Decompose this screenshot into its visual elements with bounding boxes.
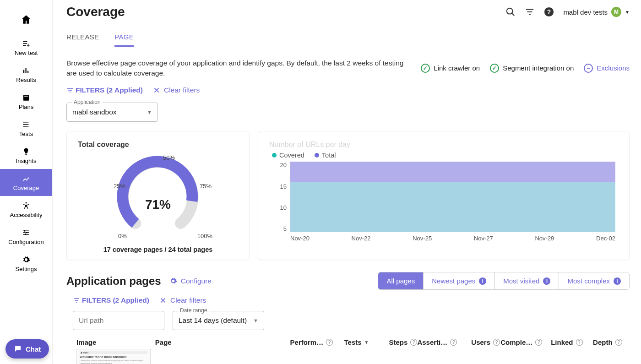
link-crawler-status[interactable]: ✓ Link crawler on [421, 64, 480, 73]
nav-label: Settings [16, 266, 37, 272]
segment-most-visited[interactable]: Most visitedi [494, 272, 559, 289]
nav-configuration[interactable]: Configuration [0, 223, 52, 250]
url-path-input[interactable]: Url path [73, 311, 164, 330]
clear-filters-button[interactable]: Clear filters [159, 296, 206, 304]
clear-filters-button[interactable]: Clear filters [153, 86, 200, 94]
gauge-tick-0: 0% [118, 233, 127, 239]
tests-icon [22, 120, 30, 129]
application-select[interactable]: Application mabl sandbox ▼ [66, 103, 158, 122]
coverage-icon [22, 174, 30, 183]
filters-bottom: FILTERS (2 Applied) Clear filters [66, 296, 630, 304]
select-label: Date range [178, 307, 209, 314]
col-tests[interactable]: Tests▼ [344, 338, 389, 346]
tab-release[interactable]: RELEASE [66, 33, 99, 47]
chevron-down-icon: ▼ [364, 340, 369, 345]
chat-label: Chat [26, 345, 41, 353]
chevron-down-icon: ▼ [625, 10, 630, 15]
gauge-tick-50: 50% [163, 154, 175, 161]
main: Coverage ? mabl dev tests M ▼ RELEASE PA… [53, 0, 641, 364]
inputs-row: Url path Date range Last 14 days (defaul… [66, 311, 630, 330]
exclusions-label: Exclusions [597, 64, 630, 72]
info-icon: ? [615, 339, 622, 346]
settings-icon [22, 255, 30, 264]
minus-circle-icon: − [584, 64, 593, 73]
table-row[interactable]: ◆ mabl Welcome to the mabl sandbox! Lore… [66, 349, 630, 364]
card-title: Total coverage [78, 141, 238, 149]
area-chart: 20 15 10 5 Nov-20 Nov-22 Nov-25 Nov-27 N… [274, 162, 618, 244]
search-icon[interactable] [505, 7, 516, 17]
plot-area [290, 162, 615, 232]
col-depth[interactable]: Depth? [593, 338, 630, 346]
chart-legend: Covered Total [272, 152, 618, 159]
y-axis: 20 15 10 5 [274, 162, 287, 232]
select-value: mabl sandbox [72, 108, 117, 116]
chevron-down-icon: ▼ [253, 318, 258, 323]
help-icon[interactable]: ? [544, 7, 554, 17]
intro-text: Browse effective page coverage of your a… [66, 58, 412, 78]
col-users[interactable]: Users? [471, 338, 500, 346]
segment-newest-pages[interactable]: Newest pagesi [423, 272, 494, 289]
nav-new-test[interactable]: New test [0, 34, 52, 61]
segment-status[interactable]: ✓ Segment integration on [490, 64, 574, 73]
info-icon: ? [576, 339, 583, 346]
nav-insights[interactable]: Insights [0, 142, 52, 169]
workspace-switcher[interactable]: mabl dev tests M ▼ [563, 7, 630, 17]
nav-label: Accessibility [10, 212, 43, 218]
info-icon: ? [535, 339, 542, 346]
legend-total: Total [315, 152, 336, 159]
page-filter-segments: All pages Newest pagesi Most visitedi Mo… [378, 272, 630, 290]
clear-filters-label: Clear filters [164, 86, 200, 94]
col-page[interactable]: Page [155, 338, 290, 346]
col-perform[interactable]: Perform…? [290, 338, 344, 346]
svg-point-1 [24, 230, 26, 232]
nav-results[interactable]: Results [0, 61, 52, 88]
col-complexity[interactable]: Comple…? [500, 338, 551, 346]
covered-area [290, 182, 615, 232]
configuration-icon [22, 228, 30, 237]
nav-home[interactable] [0, 8, 52, 34]
col-linked[interactable]: Linked? [551, 338, 593, 346]
nav-label: Tests [19, 130, 33, 137]
legend-covered: Covered [272, 152, 304, 159]
segment-all-pages[interactable]: All pages [378, 272, 423, 289]
nav-accessibility[interactable]: Accessibility [0, 196, 52, 223]
placeholder: Url path [79, 316, 103, 325]
nav-label: Plans [19, 103, 34, 110]
col-steps[interactable]: Steps? [389, 338, 417, 346]
select-value: Last 14 days (default) [179, 316, 247, 325]
workspace-name: mabl dev tests [563, 8, 608, 16]
filter-icon[interactable] [525, 7, 535, 17]
page-thumbnail: ◆ mabl Welcome to the mabl sandbox! Lore… [76, 349, 151, 364]
page-title: Coverage [66, 5, 125, 19]
urls-per-day-card: Number of URLs per day Covered Total 20 … [258, 131, 630, 260]
nav-label: Insights [16, 158, 37, 164]
nav-tests[interactable]: Tests [0, 115, 52, 142]
gauge-summary: 17 coverage pages / 24 total pages [78, 246, 238, 253]
svg-point-2 [26, 232, 27, 234]
check-circle-icon: ✓ [421, 64, 430, 73]
filters-applied: (2 Applied) [106, 86, 143, 94]
total-coverage-card: Total coverage 71% 0% 25% 50% 75% 100% 1… [66, 131, 250, 260]
nav-settings[interactable]: Settings [0, 250, 52, 277]
gauge-tick-100: 100% [197, 233, 212, 239]
col-image[interactable]: Image [76, 338, 155, 346]
exclusions-button[interactable]: − Exclusions [584, 64, 630, 73]
status-pills: ✓ Link crawler on ✓ Segment integration … [421, 64, 630, 73]
chevron-down-icon: ▼ [147, 109, 152, 115]
x-axis: Nov-20 Nov-22 Nov-25 Nov-27 Nov-29 Dec-0… [290, 235, 615, 244]
info-icon: i [543, 277, 550, 285]
chat-button[interactable]: Chat [5, 339, 49, 359]
tab-page[interactable]: PAGE [114, 33, 134, 47]
segment-most-complex[interactable]: Most complexi [559, 272, 629, 289]
sidebar: New test Results Plans Tests Insights Co… [0, 0, 53, 364]
filters-button[interactable]: FILTERS (2 Applied) [73, 296, 149, 304]
date-range-select[interactable]: Date range Last 14 days (default) ▼ [173, 311, 264, 330]
nav-plans[interactable]: Plans [0, 88, 52, 115]
home-icon [20, 14, 32, 26]
col-assertions[interactable]: Asserti…? [417, 338, 471, 346]
status-label: Link crawler on [434, 64, 480, 72]
configure-button[interactable]: Configure [169, 277, 212, 285]
info-icon: ? [450, 339, 457, 346]
filters-button[interactable]: FILTERS (2 Applied) [66, 86, 143, 94]
nav-coverage[interactable]: Coverage [0, 169, 52, 196]
